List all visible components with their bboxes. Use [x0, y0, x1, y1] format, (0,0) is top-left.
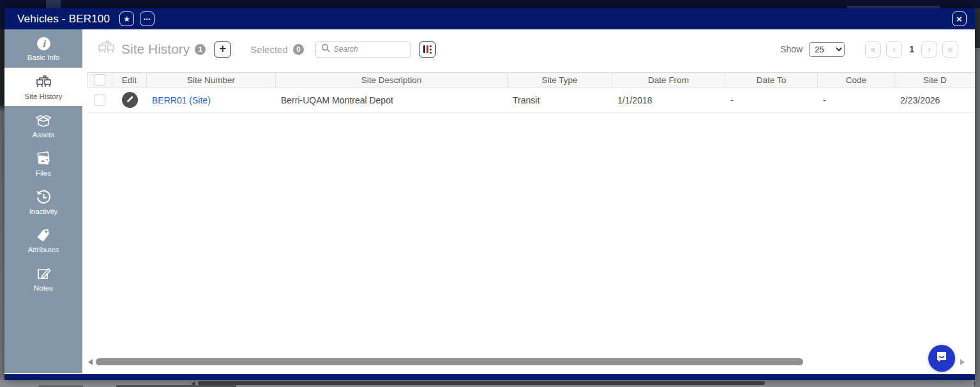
star-icon: ★ [123, 15, 130, 24]
sidebar-item-inactivity[interactable]: Inactivity [4, 183, 82, 221]
sidebar-item-label: Attributes [28, 246, 59, 254]
sidebar: i Basic Info Site History Assets [4, 29, 82, 373]
column-header-site-description: Site Description [276, 73, 508, 87]
sidebar-item-basic-info[interactable]: i Basic Info [4, 29, 82, 68]
next-page-button[interactable]: › [921, 42, 937, 57]
window-titlebar: Vehicles - BER100 ★ ••• × [4, 8, 975, 29]
search-box[interactable] [315, 42, 411, 57]
first-page-button[interactable]: « [865, 42, 881, 57]
column-header-date-from: Date From [612, 73, 725, 87]
date-from-cell: 1/1/2018 [612, 95, 725, 105]
window-bottom-border [4, 374, 975, 380]
column-header-date-to: Date To [725, 73, 818, 87]
row-edit-cell [112, 92, 147, 108]
site-number-cell: BERR01 (Site) [147, 95, 276, 105]
sidebar-item-attributes[interactable]: Attributes [4, 221, 82, 259]
info-icon: i [36, 36, 52, 52]
select-all-checkbox[interactable] [94, 74, 105, 86]
site-date-cell: 2/23/2026 [895, 95, 975, 105]
sidebar-item-label: Assets [33, 131, 55, 139]
background-left-strip [0, 8, 4, 387]
column-header-site-date: Site D [895, 73, 975, 87]
columns-dots-icon [430, 45, 432, 54]
site-type-cell: Transit [508, 95, 612, 105]
code-cell: - [818, 95, 895, 105]
site-history-icon [97, 39, 115, 59]
plus-icon: + [220, 42, 227, 56]
background-bottom-strip [0, 380, 980, 387]
column-settings-button[interactable] [419, 41, 436, 58]
open-box-icon [35, 112, 52, 129]
column-header-site-type: Site Type [508, 73, 612, 87]
search-input[interactable] [334, 45, 405, 54]
site-hierarchy-icon [35, 74, 52, 91]
chevron-left-icon: ‹ [893, 44, 896, 54]
table-scroll-right-arrow[interactable] [960, 359, 965, 365]
record-count-badge: 1 [195, 44, 206, 55]
pencil-icon [126, 95, 134, 105]
chat-bubble-icon [935, 350, 949, 367]
selected-label: Selected [250, 44, 287, 55]
sidebar-item-label: Inactivity [29, 208, 58, 215]
sidebar-item-label: Files [36, 169, 51, 177]
ellipsis-icon: ••• [144, 16, 151, 22]
sidebar-item-files[interactable]: Files [4, 144, 82, 183]
sidebar-item-label: Notes [34, 284, 53, 292]
search-icon [321, 43, 330, 55]
show-label: Show [780, 44, 803, 54]
page-title: Site History [121, 42, 190, 57]
background-vscroll-thumb [975, 8, 980, 48]
edit-button[interactable] [122, 92, 138, 108]
pagination-controls: Show 25 « ‹ 1 › » [780, 38, 958, 61]
columns-icon [426, 45, 428, 53]
background-hscroll-thumb [198, 381, 765, 385]
note-icon [35, 266, 52, 282]
list-header: Site History 1 + Selected 0 [97, 38, 436, 61]
chevron-right-icon: › [928, 44, 931, 54]
previous-page-button[interactable]: ‹ [886, 42, 902, 57]
sidebar-item-label: Site History [25, 93, 63, 100]
photos-icon [35, 151, 52, 167]
last-page-button[interactable]: » [942, 42, 958, 57]
background-browser-tab [46, 0, 61, 8]
selected-count-badge: 0 [293, 44, 304, 55]
select-all-cell [87, 73, 112, 87]
add-site-history-button[interactable]: + [214, 41, 231, 58]
favorite-button[interactable]: ★ [119, 11, 134, 26]
current-page-number: 1 [909, 44, 914, 54]
sidebar-item-notes[interactable]: Notes [4, 259, 82, 298]
table-scroll-left-arrow[interactable] [88, 359, 93, 365]
chat-launcher-button[interactable] [928, 345, 955, 372]
date-to-cell: - [725, 95, 818, 105]
close-window-button[interactable]: × [952, 11, 967, 26]
double-chevron-right-icon: » [948, 44, 953, 54]
more-options-button[interactable]: ••• [140, 11, 155, 26]
close-icon: × [956, 13, 962, 24]
sidebar-item-label: Basic Info [27, 54, 60, 61]
vehicle-detail-window: Vehicles - BER100 ★ ••• × i Basic Info [4, 8, 975, 380]
page-size-select[interactable]: 25 [809, 42, 845, 57]
background-vscrollbar [975, 8, 980, 387]
table-header-row: Edit Site Number Site Description Site T… [87, 72, 975, 87]
site-history-table: Edit Site Number Site Description Site T… [87, 72, 975, 113]
table-hscroll-thumb[interactable] [96, 358, 803, 365]
history-clock-icon [35, 189, 52, 206]
column-header-edit: Edit [112, 73, 147, 87]
table-row: BERR01 (Site) Berri-UQAM Montreal Depot … [87, 87, 975, 113]
site-number-link[interactable]: BERR01 (Site) [152, 95, 211, 105]
column-header-site-number: Site Number [147, 73, 276, 87]
window-title: Vehicles - BER100 [17, 13, 110, 26]
sidebar-item-assets[interactable]: Assets [4, 106, 82, 144]
columns-icon [423, 45, 425, 53]
double-chevron-left-icon: « [871, 44, 876, 54]
column-header-code: Code [818, 73, 895, 87]
tag-icon [35, 227, 52, 244]
row-select-cell [87, 95, 112, 106]
site-description-cell: Berri-UQAM Montreal Depot [276, 95, 508, 105]
row-checkbox[interactable] [94, 95, 105, 106]
sidebar-item-site-history[interactable]: Site History [4, 68, 82, 106]
